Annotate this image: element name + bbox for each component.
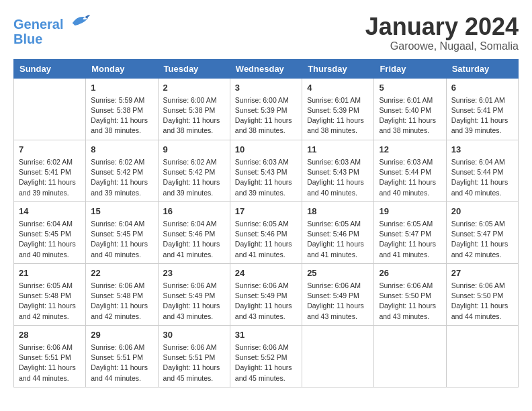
calendar-cell: 20Sunrise: 6:05 AMSunset: 5:47 PMDayligh…	[446, 201, 518, 263]
day-number: 2	[163, 82, 225, 94]
logo-text: General Blue	[13, 13, 90, 46]
calendar-cell: 8Sunrise: 6:02 AMSunset: 5:42 PMDaylight…	[86, 140, 158, 201]
calendar-header-row: SundayMondayTuesdayWednesdayThursdayFrid…	[14, 59, 519, 78]
day-info: Sunrise: 6:02 AMSunset: 5:41 PMDaylight:…	[19, 157, 81, 198]
day-info: Sunrise: 6:06 AMSunset: 5:49 PMDaylight:…	[307, 281, 369, 322]
day-info: Sunrise: 6:05 AMSunset: 5:48 PMDaylight:…	[19, 281, 81, 322]
day-info: Sunrise: 5:59 AMSunset: 5:38 PMDaylight:…	[91, 95, 152, 136]
calendar-cell: 12Sunrise: 6:03 AMSunset: 5:44 PMDayligh…	[374, 140, 446, 201]
calendar-cell: 29Sunrise: 6:06 AMSunset: 5:51 PMDayligh…	[86, 325, 158, 387]
day-number: 16	[163, 205, 225, 218]
day-info: Sunrise: 6:04 AMSunset: 5:46 PMDaylight:…	[163, 219, 225, 260]
weekday-header-saturday: Saturday	[446, 59, 518, 78]
day-info: Sunrise: 6:05 AMSunset: 5:46 PMDaylight:…	[307, 219, 369, 260]
day-info: Sunrise: 6:06 AMSunset: 5:48 PMDaylight:…	[91, 281, 152, 322]
day-info: Sunrise: 6:01 AMSunset: 5:41 PMDaylight:…	[451, 95, 513, 136]
calendar-cell	[302, 325, 374, 387]
calendar-cell: 2Sunrise: 6:00 AMSunset: 5:38 PMDaylight…	[158, 78, 230, 140]
weekday-header-tuesday: Tuesday	[158, 59, 230, 78]
day-info: Sunrise: 6:06 AMSunset: 5:49 PMDaylight:…	[163, 281, 225, 322]
day-number: 12	[379, 144, 441, 156]
day-info: Sunrise: 6:03 AMSunset: 5:43 PMDaylight:…	[307, 157, 369, 198]
day-info: Sunrise: 6:05 AMSunset: 5:47 PMDaylight:…	[379, 219, 441, 260]
calendar-cell: 6Sunrise: 6:01 AMSunset: 5:41 PMDaylight…	[446, 78, 518, 140]
calendar-body: 1Sunrise: 5:59 AMSunset: 5:38 PMDaylight…	[14, 78, 519, 387]
calendar-cell: 23Sunrise: 6:06 AMSunset: 5:49 PMDayligh…	[158, 263, 230, 325]
month-title: January 2024	[365, 13, 519, 40]
weekday-header-wednesday: Wednesday	[230, 59, 302, 78]
day-number: 30	[163, 329, 225, 341]
calendar-cell: 13Sunrise: 6:04 AMSunset: 5:44 PMDayligh…	[446, 140, 518, 201]
day-info: Sunrise: 6:05 AMSunset: 5:46 PMDaylight:…	[235, 219, 297, 260]
day-number: 14	[19, 205, 81, 218]
day-info: Sunrise: 6:04 AMSunset: 5:44 PMDaylight:…	[451, 157, 513, 198]
day-info: Sunrise: 6:03 AMSunset: 5:43 PMDaylight:…	[235, 157, 297, 198]
day-number: 4	[307, 82, 369, 94]
calendar-cell	[446, 325, 518, 387]
calendar-cell: 5Sunrise: 6:01 AMSunset: 5:40 PMDaylight…	[374, 78, 446, 140]
calendar-cell: 7Sunrise: 6:02 AMSunset: 5:41 PMDaylight…	[14, 140, 86, 201]
calendar-cell: 21Sunrise: 6:05 AMSunset: 5:48 PMDayligh…	[14, 263, 86, 325]
day-number: 26	[379, 267, 441, 279]
day-number: 24	[235, 267, 297, 279]
calendar-cell: 14Sunrise: 6:04 AMSunset: 5:45 PMDayligh…	[14, 201, 86, 263]
day-info: Sunrise: 6:00 AMSunset: 5:38 PMDaylight:…	[163, 95, 225, 136]
day-info: Sunrise: 6:03 AMSunset: 5:44 PMDaylight:…	[379, 157, 441, 198]
day-number: 6	[451, 82, 513, 94]
day-number: 10	[235, 144, 297, 156]
calendar-table: SundayMondayTuesdayWednesdayThursdayFrid…	[13, 59, 519, 387]
day-number: 21	[19, 267, 81, 279]
calendar-cell: 31Sunrise: 6:06 AMSunset: 5:52 PMDayligh…	[230, 325, 302, 387]
day-info: Sunrise: 6:04 AMSunset: 5:45 PMDaylight:…	[91, 219, 152, 260]
calendar-cell: 27Sunrise: 6:06 AMSunset: 5:50 PMDayligh…	[446, 263, 518, 325]
logo-bird-icon	[70, 12, 90, 29]
day-number: 3	[235, 82, 297, 94]
calendar-cell: 17Sunrise: 6:05 AMSunset: 5:46 PMDayligh…	[230, 201, 302, 263]
day-number: 22	[91, 267, 152, 279]
calendar-cell: 4Sunrise: 6:01 AMSunset: 5:39 PMDaylight…	[302, 78, 374, 140]
calendar-cell	[374, 325, 446, 387]
calendar-cell: 26Sunrise: 6:06 AMSunset: 5:50 PMDayligh…	[374, 263, 446, 325]
day-info: Sunrise: 6:06 AMSunset: 5:51 PMDaylight:…	[19, 342, 81, 383]
page-header: General Blue January 2024 Garoowe, Nugaa…	[13, 13, 519, 52]
day-number: 20	[451, 205, 513, 218]
weekday-header-friday: Friday	[374, 59, 446, 78]
calendar-week-row: 1Sunrise: 5:59 AMSunset: 5:38 PMDaylight…	[14, 78, 519, 140]
day-number: 8	[91, 144, 152, 156]
calendar-cell: 22Sunrise: 6:06 AMSunset: 5:48 PMDayligh…	[86, 263, 158, 325]
day-number: 18	[307, 205, 369, 218]
day-info: Sunrise: 6:02 AMSunset: 5:42 PMDaylight:…	[163, 157, 225, 198]
day-number: 7	[19, 144, 81, 156]
day-info: Sunrise: 6:06 AMSunset: 5:49 PMDaylight:…	[235, 281, 297, 322]
day-number: 27	[451, 267, 513, 279]
day-number: 5	[379, 82, 441, 94]
weekday-header-thursday: Thursday	[302, 59, 374, 78]
day-info: Sunrise: 6:01 AMSunset: 5:40 PMDaylight:…	[379, 95, 441, 136]
day-number: 25	[307, 267, 369, 279]
day-number: 17	[235, 205, 297, 218]
calendar-cell: 16Sunrise: 6:04 AMSunset: 5:46 PMDayligh…	[158, 201, 230, 263]
calendar-cell: 25Sunrise: 6:06 AMSunset: 5:49 PMDayligh…	[302, 263, 374, 325]
location-subtitle: Garoowe, Nugaal, Somalia	[365, 40, 519, 52]
day-info: Sunrise: 6:05 AMSunset: 5:47 PMDaylight:…	[451, 219, 513, 260]
calendar-cell: 3Sunrise: 6:00 AMSunset: 5:39 PMDaylight…	[230, 78, 302, 140]
day-info: Sunrise: 6:06 AMSunset: 5:50 PMDaylight:…	[379, 281, 441, 322]
day-number: 23	[163, 267, 225, 279]
logo: General Blue	[13, 13, 90, 46]
day-number: 19	[379, 205, 441, 218]
calendar-cell: 15Sunrise: 6:04 AMSunset: 5:45 PMDayligh…	[86, 201, 158, 263]
day-info: Sunrise: 6:06 AMSunset: 5:51 PMDaylight:…	[163, 342, 225, 383]
day-info: Sunrise: 6:01 AMSunset: 5:39 PMDaylight:…	[307, 95, 369, 136]
day-info: Sunrise: 6:00 AMSunset: 5:39 PMDaylight:…	[235, 95, 297, 136]
weekday-header-monday: Monday	[86, 59, 158, 78]
day-info: Sunrise: 6:06 AMSunset: 5:50 PMDaylight:…	[451, 281, 513, 322]
calendar-cell: 28Sunrise: 6:06 AMSunset: 5:51 PMDayligh…	[14, 325, 86, 387]
day-number: 9	[163, 144, 225, 156]
calendar-week-row: 28Sunrise: 6:06 AMSunset: 5:51 PMDayligh…	[14, 325, 519, 387]
calendar-week-row: 14Sunrise: 6:04 AMSunset: 5:45 PMDayligh…	[14, 201, 519, 263]
calendar-cell: 10Sunrise: 6:03 AMSunset: 5:43 PMDayligh…	[230, 140, 302, 201]
calendar-week-row: 7Sunrise: 6:02 AMSunset: 5:41 PMDaylight…	[14, 140, 519, 201]
day-number: 1	[91, 82, 152, 94]
calendar-cell: 11Sunrise: 6:03 AMSunset: 5:43 PMDayligh…	[302, 140, 374, 201]
title-block: January 2024 Garoowe, Nugaal, Somalia	[365, 13, 519, 52]
